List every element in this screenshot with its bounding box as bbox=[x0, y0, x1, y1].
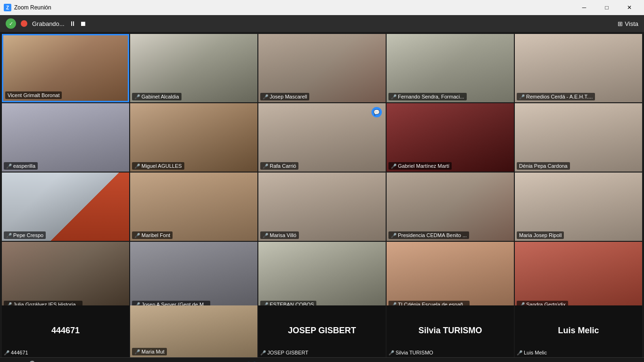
stop-recording-button[interactable]: ⏹ bbox=[80, 20, 86, 27]
video-cell: 🎤 Gabinet Alcaldia bbox=[130, 34, 257, 102]
name-only-title: JOSEP GISBERT bbox=[288, 326, 356, 336]
video-cell: Maria Josep Ripoll bbox=[515, 173, 642, 241]
recording-dot bbox=[21, 20, 27, 27]
mute-button[interactable]: 🎤 Cancelar silenciar ahora bbox=[8, 361, 50, 362]
name-only-cell: 444671 🎤 444671 bbox=[2, 305, 129, 357]
participant-name: 🎤 Josep Mascarell bbox=[260, 93, 309, 100]
name-only-sub: 🎤 444671 bbox=[4, 350, 28, 355]
participant-name: Vicent Grimalt Boronat bbox=[5, 91, 62, 99]
video-cell: 🎤 Remedios Cerdá - A.E.H.T.... bbox=[515, 34, 642, 102]
video-cell: 🎤 Gabriel Martínez Martí bbox=[387, 103, 514, 172]
participant-name-text: Josep Mascarell bbox=[270, 94, 307, 99]
name-only-sub: 🎤 Luis Melic bbox=[517, 350, 547, 355]
participant-name: 🎤 Marisa Villó bbox=[260, 231, 299, 239]
participant-name-text: Vicent Grimalt Boronat bbox=[8, 92, 59, 98]
participant-name-text: Maria Mut bbox=[141, 349, 165, 354]
title-bar: Z Zoom Reunión ─ □ ✕ bbox=[0, 0, 644, 15]
record-button[interactable]: ⏸⏹ Pausar/detener grabación bbox=[356, 361, 399, 362]
minimize-button[interactable]: ─ bbox=[573, 0, 595, 15]
video-cell: 💬 🎤 Rafa Carrió bbox=[258, 103, 386, 172]
video-cell: Vicent Grimalt Boronat bbox=[2, 34, 129, 102]
name-only-cell: Luis Melic 🎤 Luis Melic bbox=[515, 305, 642, 357]
name-only-sub: 🎤 JOSEP GISBERT bbox=[260, 350, 308, 355]
participant-name-text: Gabriel Martínez Martí bbox=[398, 163, 449, 169]
participant-name-text: Miguel AGULLES bbox=[141, 163, 182, 169]
vista-button[interactable]: ⊞ Vista bbox=[618, 20, 638, 27]
video-cell: 🎤 ESTEBAN COBOS bbox=[258, 242, 386, 310]
participant-name: 🎤 Maribel Font bbox=[132, 231, 173, 239]
participant-name-text: Remedios Cerdá - A.E.H.T.... bbox=[526, 94, 593, 99]
participant-name: 🎤 Miguel AGULLES bbox=[132, 162, 184, 170]
name-only-title: 444671 bbox=[51, 326, 80, 336]
video-cell: Dénia Pepa Cardona bbox=[515, 103, 642, 172]
video-grid: Vicent Grimalt Boronat 🎤 Gabinet Alcaldi… bbox=[0, 32, 644, 305]
participant-name: 🎤 Fernando Sendra, Formaci... bbox=[388, 93, 467, 100]
participant-name: 🎤 Pepe Crespo bbox=[4, 231, 46, 239]
recording-status: Grabando... bbox=[32, 20, 65, 27]
name-only-title: Silvia TURISMO bbox=[418, 326, 482, 336]
participant-name-text: Maribel Font bbox=[141, 232, 170, 238]
participant-name-text: Gabinet Alcaldia bbox=[141, 94, 179, 99]
toolbar: 🎤 Cancelar silenciar ahora ▲ 📹 Detener v… bbox=[0, 357, 644, 362]
video-cell: 🎤 Maribel Font bbox=[130, 173, 257, 241]
name-only-title: Luis Melic bbox=[558, 326, 599, 336]
name-only-sub: 🎤 Silvia TURISMO bbox=[388, 350, 433, 355]
participant-name: 🎤 Gabriel Martínez Martí bbox=[388, 162, 452, 170]
video-cell: 🎤 Sandra Gertrúdix bbox=[515, 242, 642, 310]
mute-icon: 🎤 bbox=[23, 361, 35, 362]
video-cell: 🎤 Marisa Villó bbox=[258, 173, 386, 241]
participant-name: 🎤 easperilla bbox=[4, 162, 38, 170]
video-cell: 🎤 Fernando Sendra, Formaci... bbox=[387, 34, 514, 102]
grid-icon: ⊞ bbox=[618, 20, 623, 27]
participant-name: 🎤 Rafa Carrió bbox=[260, 162, 298, 170]
participant-name: Maria Josep Ripoll bbox=[517, 231, 564, 239]
video-cell: 🎤 easperilla bbox=[2, 103, 129, 172]
video-cell: 🎤 Josep Mascarell bbox=[258, 34, 386, 102]
name-only-cell: Silvia TURISMO 🎤 Silvia TURISMO bbox=[387, 305, 514, 357]
participant-name-text: Dénia Pepa Cardona bbox=[519, 163, 568, 169]
participants-button[interactable]: 👥 Participantes 25 bbox=[235, 360, 268, 362]
recording-bar: ✓ Grabando... ⏸ ⏹ ⊞ Vista bbox=[0, 15, 644, 32]
video-cell: 🎤 Josep A Server (Gent de M... bbox=[130, 242, 257, 310]
shield-icon: ✓ bbox=[6, 18, 16, 29]
app-icon: Z bbox=[4, 4, 11, 11]
participant-name: 🎤 Gabinet Alcaldia bbox=[132, 93, 182, 100]
participant-name: Dénia Pepa Cardona bbox=[517, 162, 570, 170]
participant-name-text: Pepe Crespo bbox=[13, 232, 43, 238]
participant-name: 🎤 Maria Mut bbox=[132, 348, 167, 355]
chat-bubble: 💬 bbox=[372, 107, 382, 117]
participant-name: 🎤 Presidencia CEDMA Benito ... bbox=[388, 231, 469, 239]
bottom-row: 444671 🎤 444671 🎤 Maria Mut JOSEP GISBER… bbox=[0, 305, 644, 357]
participant-name-text: Fernando Sendra, Formaci... bbox=[398, 94, 464, 99]
participant-name-text: easperilla bbox=[13, 163, 35, 169]
video-cell: 🎤 TLCdénia Escuela de españ... bbox=[387, 242, 514, 310]
video-cell: 🎤 Miguel AGULLES bbox=[130, 103, 257, 172]
participant-name-text: Marisa Villó bbox=[270, 232, 297, 238]
video-cell: 🎤 Julia Gozálvez IES Historia... bbox=[2, 242, 129, 310]
maximize-button[interactable]: □ bbox=[596, 0, 618, 15]
window-title: Zoom Reunión bbox=[14, 4, 51, 11]
record-icon: ⏸⏹ bbox=[367, 361, 388, 362]
participant-name-text: Rafa Carrió bbox=[270, 163, 296, 169]
video-cell: 🎤 Presidencia CEDMA Benito ... bbox=[387, 173, 514, 241]
pause-recording-button[interactable]: ⏸ bbox=[69, 20, 76, 27]
participant-name-text: Presidencia CEDMA Benito ... bbox=[398, 232, 467, 238]
name-only-cell: JOSEP GISBERT 🎤 JOSEP GISBERT bbox=[258, 305, 386, 357]
close-button[interactable]: ✕ bbox=[619, 0, 640, 15]
video-cell: 🎤 Maria Mut bbox=[130, 305, 257, 357]
participants-icon: 👥 bbox=[245, 360, 258, 362]
participant-name: 🎤 Remedios Cerdá - A.E.H.T.... bbox=[517, 93, 595, 100]
video-cell: 🎤 Pepe Crespo bbox=[2, 173, 129, 241]
participant-name-text: Maria Josep Ripoll bbox=[519, 232, 561, 238]
